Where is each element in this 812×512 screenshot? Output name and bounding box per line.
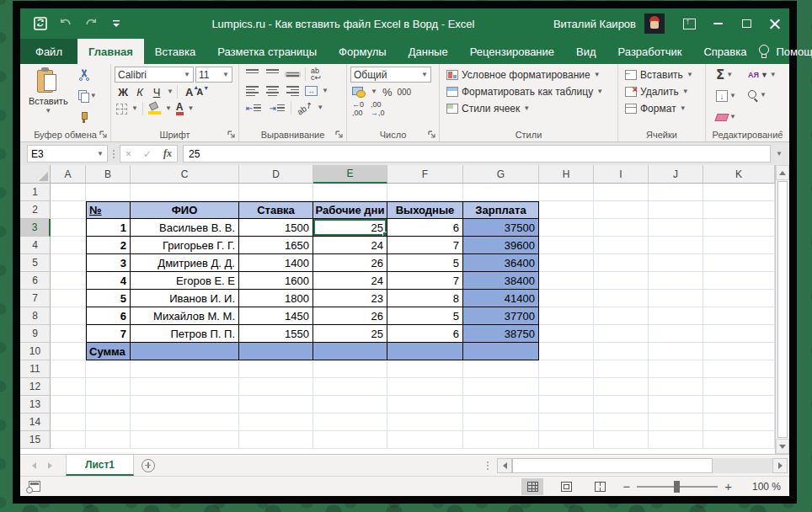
cell-G7[interactable]: 41400 [463, 290, 539, 307]
cell-C3[interactable]: Васильев В. В. [131, 219, 239, 237]
cell-F14[interactable] [387, 413, 463, 431]
cell-C8[interactable]: Михайлов М. М. [131, 307, 239, 325]
delete-cells-button[interactable]: Удалить▼ [625, 83, 702, 99]
orientation-button[interactable]: ab↗ [295, 99, 313, 116]
cell-B3[interactable]: 1 [86, 219, 131, 237]
clear-button[interactable]: ▼ [714, 109, 738, 125]
font-dialog-launcher[interactable] [227, 131, 236, 139]
alignment-dialog-launcher[interactable] [335, 131, 344, 139]
row-header-13[interactable]: 13 [20, 396, 51, 413]
column-header-K[interactable]: K [703, 165, 775, 184]
zoom-in-button[interactable]: + [724, 480, 732, 493]
cell-A5[interactable] [51, 254, 86, 272]
cell-E5[interactable]: 26 [313, 254, 387, 272]
enter-icon[interactable]: ✓ [143, 148, 152, 160]
cell-B6[interactable]: 4 [86, 272, 131, 290]
cell-H3[interactable] [539, 219, 594, 237]
cell-D5[interactable]: 1400 [239, 254, 313, 272]
fill-color-icon[interactable] [148, 103, 161, 115]
zoom-out-button[interactable]: − [622, 480, 630, 493]
cell-K4[interactable] [703, 237, 775, 254]
scroll-down-button[interactable] [776, 439, 789, 454]
cell-I3[interactable] [594, 219, 649, 237]
cell-G9[interactable]: 38750 [463, 325, 539, 343]
tab-данные[interactable]: Данные [398, 39, 459, 64]
cell-G12[interactable] [463, 378, 539, 396]
cell-B14[interactable] [86, 413, 131, 431]
column-header-B[interactable]: B [86, 165, 131, 184]
cell-A13[interactable] [51, 396, 86, 413]
align-bottom-button[interactable] [285, 72, 301, 77]
cell-H10[interactable] [539, 343, 594, 360]
sheet-nav-left-icon[interactable] [32, 462, 36, 469]
row-header-9[interactable]: 9 [20, 325, 51, 343]
cell-A14[interactable] [51, 413, 86, 431]
cell-E8[interactable]: 26 [313, 307, 387, 325]
cell-K2[interactable] [703, 201, 775, 219]
cell-D10[interactable] [239, 343, 313, 360]
cell-K13[interactable] [703, 396, 775, 413]
cell-C13[interactable] [131, 396, 239, 413]
sheet-tab[interactable]: Лист1 [66, 455, 134, 476]
cell-G1[interactable] [463, 184, 539, 201]
cell-A3[interactable] [51, 219, 86, 237]
cell-K14[interactable] [703, 413, 775, 431]
cell-H2[interactable] [539, 201, 594, 219]
cell-G6[interactable]: 38400 [463, 272, 539, 290]
cell-D14[interactable] [239, 413, 313, 431]
cell-I5[interactable] [594, 254, 649, 272]
number-dialog-launcher[interactable] [428, 131, 436, 139]
align-center-button[interactable] [264, 85, 280, 97]
font-size-combo[interactable]: 11▼ [195, 67, 232, 83]
cell-B12[interactable] [86, 378, 131, 396]
cell-B1[interactable] [86, 184, 131, 201]
cell-C4[interactable]: Григорьев Г. Г. [131, 237, 239, 254]
row-header-10[interactable]: 10 [20, 343, 51, 360]
cell-C6[interactable]: Егоров Е. Е [131, 272, 239, 290]
horizontal-scroll-thumb[interactable] [512, 458, 713, 473]
cell-A11[interactable] [51, 360, 86, 378]
cell-I6[interactable] [594, 272, 649, 290]
cell-I13[interactable] [594, 396, 649, 413]
row-header-11[interactable]: 11 [20, 360, 51, 378]
cell-I10[interactable] [594, 343, 649, 360]
cell-B5[interactable]: 3 [86, 254, 131, 272]
row-header-12[interactable]: 12 [20, 378, 51, 396]
cell-K3[interactable] [703, 219, 775, 237]
cell-I12[interactable] [594, 378, 649, 396]
sort-filter-button[interactable]: АЯ▼▼ [746, 67, 778, 83]
cell-H12[interactable] [539, 378, 594, 396]
cell-K15[interactable] [703, 431, 775, 449]
underline-dropdown-arrow[interactable]: ▼ [167, 88, 174, 95]
cell-K10[interactable] [703, 343, 775, 360]
cell-H14[interactable] [539, 413, 594, 431]
row-header-1[interactable]: 1 [20, 184, 51, 201]
italic-button[interactable]: К [133, 86, 147, 99]
align-middle-button[interactable] [264, 68, 280, 80]
cell-I11[interactable] [594, 360, 649, 378]
tab-file[interactable]: Файл [20, 39, 77, 64]
column-header-H[interactable]: H [539, 165, 594, 184]
cell-D9[interactable]: 1550 [239, 325, 313, 343]
format-cells-button[interactable]: Формат▼ [625, 100, 702, 116]
cell-D3[interactable]: 1500 [239, 219, 313, 237]
cell-G14[interactable] [463, 413, 539, 431]
cell-E10[interactable] [313, 343, 387, 360]
cell-D8[interactable]: 1450 [239, 307, 313, 325]
cell-K6[interactable] [703, 272, 775, 290]
conditional-formatting-button[interactable]: Условное форматирование▼ [446, 67, 614, 83]
cell-F3[interactable]: 6 [387, 219, 463, 237]
cell-B2[interactable]: № [86, 201, 131, 219]
decrease-decimal-button[interactable]: ,00→,0 [371, 100, 385, 117]
cell-F7[interactable]: 8 [387, 290, 463, 307]
tab-разработчик[interactable]: Разработчик [607, 39, 693, 64]
undo-icon[interactable] [57, 15, 74, 32]
cell-E14[interactable] [313, 413, 387, 431]
autosum-button[interactable]: Σ▼ [714, 67, 738, 83]
avatar[interactable] [644, 13, 665, 34]
row-header-14[interactable]: 14 [20, 413, 51, 431]
cell-J10[interactable] [649, 343, 703, 360]
tab-формулы[interactable]: Формулы [328, 39, 398, 64]
cell-H13[interactable] [539, 396, 594, 413]
cell-K8[interactable] [703, 307, 775, 325]
